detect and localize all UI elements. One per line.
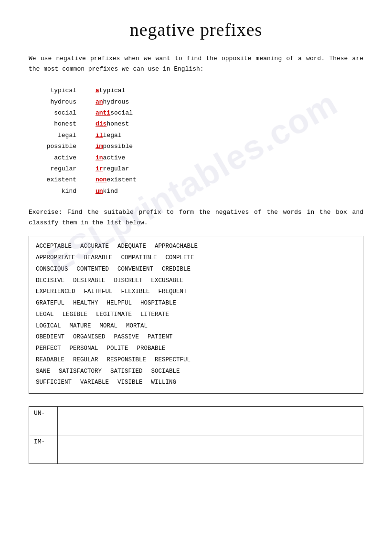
word-box-row: LOGICALMATUREMORALMORTAL [36,321,356,332]
prefix-row: regularirregular [29,163,363,174]
word-box-row: ACCEPTABLEACCURATEADEQUATEAPPROACHABLE [36,241,356,253]
word-item: ADEQUATE [117,243,146,250]
word-box-row: PERFECTPERSONALPOLITEPROBABLE [36,343,356,355]
word-item: HELPFUL [107,300,132,306]
word-box: ACCEPTABLEACCURATEADEQUATEAPPROACHABLEAP… [29,236,363,394]
base-word: honest [29,118,76,129]
word-item: GRATEFUL [36,300,64,306]
word-item: BEARABLE [84,254,113,261]
prefix-row: existentnonexistent [29,174,363,185]
classify-answer-cell[interactable] [58,435,363,464]
word-rest: possible [103,143,133,150]
classify-table: UN-IM- [29,406,363,464]
word-item: PERSONAL [70,345,98,352]
word-item: REGULAR [73,357,98,363]
word-item: WILLING [151,379,177,386]
word-rest: regular [103,165,129,172]
word-rest: social [110,109,133,116]
word-item: CREDIBLE [162,266,191,273]
prefix-row: kindunkind [29,186,363,197]
base-word: social [29,107,76,118]
prefix-row: hydrousanhydrous [29,96,363,107]
word-rest: honest [106,120,129,127]
classify-prefix-label: IM- [29,435,58,464]
word-item: PERFECT [36,345,61,352]
prefix-row: typicalatypical [29,85,363,96]
word-item: FLEXIBLE [121,288,150,295]
word-rest: active [103,154,126,161]
exercise-instructions: Exercise: Find the suitable prefix to fo… [29,207,363,228]
prefix-highlight: non [95,176,106,183]
word-rest: kind [103,188,118,195]
word-box-row: EXPERIENCEDFAITHFULFLEXIBLEFREQUENT [36,286,356,298]
word-item: SUFFICIENT [36,379,72,386]
word-item: PATIENT [148,334,173,340]
word-item: SANE [36,368,50,375]
derived-word: antisocial [95,107,153,118]
word-item: LOGICAL [36,323,61,329]
derived-word: irregular [95,163,153,174]
base-word: typical [29,85,76,96]
word-item: SATISFIED [110,368,143,375]
prefix-row: legalillegal [29,130,363,141]
word-box-row: SUFFICIENTVARIABLEVISIBLEWILLING [36,377,356,389]
prefix-row: possibleimpossible [29,141,363,152]
word-item: MATURE [70,323,91,329]
word-item: PROBABLE [137,345,166,352]
word-item: MORAL [100,323,118,329]
word-item: COMPATIBLE [121,254,157,261]
base-word: regular [29,163,76,174]
derived-word: atypical [95,85,153,96]
base-word: possible [29,141,76,152]
word-item: ACCURATE [80,243,109,250]
word-item: DECISIVE [36,277,64,284]
word-box-row: GRATEFULHEALTHYHELPFULHOSPITABLE [36,298,356,309]
prefix-highlight: im [95,143,103,150]
prefix-highlight: an [95,98,103,105]
word-item: LEGAL [36,311,54,318]
word-item: VISIBLE [117,379,143,386]
derived-word: anhydrous [95,96,153,107]
word-item: LEGITIMATE [96,311,132,318]
word-item: READABLE [36,357,64,363]
word-item: EXPERIENCED [36,288,75,295]
prefix-examples-table: typicalatypicalhydrousanhydroussocialant… [29,85,363,197]
word-item: SOCIABLE [151,368,180,375]
word-item: APPROPRIATE [36,254,75,261]
word-item: CONSCIOUS [36,266,68,273]
word-item: DESIRABLE [73,277,106,284]
prefix-highlight: in [95,154,103,161]
word-item: VARIABLE [80,379,109,386]
prefix-highlight: a [95,87,99,94]
prefix-highlight: anti [95,109,110,116]
derived-word: unkind [95,186,153,197]
word-box-row: OBEDIENTORGANISEDPASSIVEPATIENT [36,332,356,343]
base-word: kind [29,186,76,197]
classify-row: UN- [29,407,363,435]
classify-prefix-label: UN- [29,407,58,435]
word-item: RESPONSIBLE [107,357,147,363]
classify-answer-cell[interactable] [58,407,363,435]
word-rest: typical [99,87,126,94]
word-item: FREQUENT [159,288,187,295]
word-item: COMPLETE [166,254,194,261]
derived-word: nonexistent [95,174,153,185]
word-item: MORTAL [126,323,148,329]
derived-word: dishonest [95,118,153,129]
word-rest: legal [103,132,122,139]
word-item: ACCEPTABLE [36,243,72,250]
word-item: DISCREET [114,277,143,284]
word-item: ORGANISED [73,334,106,340]
word-item: CONVENIENT [117,266,153,273]
classify-row: IM- [29,435,363,464]
word-rest: hydrous [103,98,129,105]
word-box-row: READABLEREGULARRESPONSIBLERESPECTFUL [36,355,356,366]
word-item: PASSIVE [114,334,139,340]
word-box-row: SANESATISFACTORYSATISFIEDSOCIABLE [36,366,356,378]
prefix-highlight: il [95,132,103,139]
word-item: LEGIBLE [63,311,88,318]
derived-word: impossible [95,141,153,152]
derived-word: inactive [95,152,153,163]
word-item: OBEDIENT [36,334,64,340]
prefix-row: honestdishonest [29,118,363,129]
